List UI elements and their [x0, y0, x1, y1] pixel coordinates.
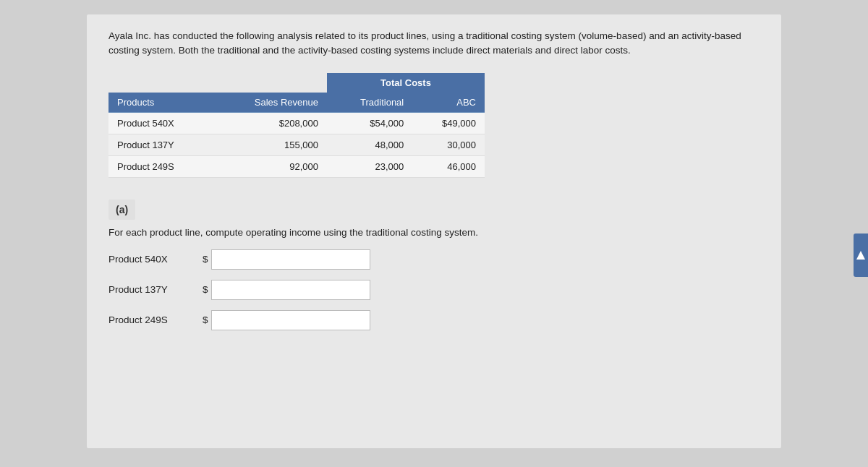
sidebar-arrow-icon [856, 250, 866, 260]
table-row: Product 137Y 155,000 48,000 30,000 [109, 134, 485, 155]
table-section: Total Costs Products Sales Revenue Tradi… [109, 73, 760, 178]
cell-product: Product 540X [109, 112, 213, 134]
dollar-sign: $ [203, 284, 208, 295]
input-label: Product 249S [109, 314, 203, 325]
table-row: Product 249S 92,000 23,000 46,000 [109, 155, 485, 177]
content-area: Ayala Inc. has conducted the following a… [87, 14, 781, 448]
page-container: Ayala Inc. has conducted the following a… [0, 0, 868, 467]
cell-sales-revenue: $208,000 [213, 112, 327, 134]
data-table: Total Costs Products Sales Revenue Tradi… [109, 73, 485, 178]
cell-abc: $49,000 [412, 112, 485, 134]
input-row: Product 137Y $ [109, 280, 760, 300]
cell-product: Product 137Y [109, 134, 213, 155]
input-row: Product 540X $ [109, 249, 760, 270]
col-header-traditional: Traditional [327, 93, 412, 113]
svg-marker-0 [856, 251, 865, 260]
input-label: Product 540X [109, 254, 203, 265]
cell-product: Product 249S [109, 155, 213, 177]
cell-sales-revenue: 92,000 [213, 155, 327, 177]
cell-abc: 46,000 [412, 155, 485, 177]
answer-input-1[interactable] [211, 280, 370, 300]
question-text: For each product line, compute operating… [109, 227, 760, 238]
dollar-sign: $ [203, 254, 208, 265]
input-label: Product 137Y [109, 284, 203, 295]
answer-input-2[interactable] [211, 310, 370, 330]
input-row: Product 249S $ [109, 310, 760, 330]
answer-input-0[interactable] [211, 249, 370, 270]
question-section: (a) For each product line, compute opera… [109, 200, 760, 330]
cell-traditional: 48,000 [327, 134, 412, 155]
sidebar-icon [854, 234, 868, 277]
col-header-products: Products [109, 93, 213, 113]
col-header-sales-revenue: Sales Revenue [213, 93, 327, 113]
dollar-sign: $ [203, 314, 208, 325]
cell-sales-revenue: 155,000 [213, 134, 327, 155]
cell-traditional: $54,000 [327, 112, 412, 134]
table-row: Product 540X $208,000 $54,000 $49,000 [109, 112, 485, 134]
intro-text: Ayala Inc. has conducted the following a… [109, 29, 760, 59]
total-costs-header: Total Costs [327, 73, 485, 93]
col-header-abc: ABC [412, 93, 485, 113]
cell-traditional: 23,000 [327, 155, 412, 177]
section-a-label: (a) [109, 200, 135, 220]
cell-abc: 30,000 [412, 134, 485, 155]
